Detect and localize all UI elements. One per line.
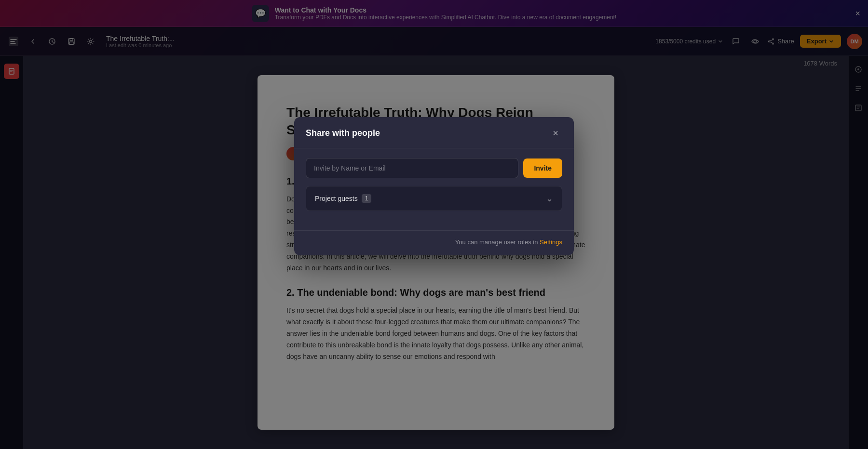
project-guests-row[interactable]: Project guests 1 ⌄ bbox=[306, 186, 562, 211]
modal-overlay[interactable]: Share with people × Invite Project guest… bbox=[0, 0, 868, 449]
invite-row: Invite bbox=[306, 158, 562, 178]
guests-label: Project guests 1 bbox=[315, 194, 371, 203]
modal-header: Share with people × bbox=[294, 117, 574, 148]
manage-text: You can manage user roles in Settings bbox=[294, 238, 574, 255]
invite-button[interactable]: Invite bbox=[523, 158, 562, 178]
guests-badge: 1 bbox=[362, 194, 372, 203]
guests-chevron-icon: ⌄ bbox=[546, 193, 553, 204]
share-modal: Share with people × Invite Project guest… bbox=[294, 117, 574, 255]
modal-divider bbox=[294, 230, 574, 231]
invite-input[interactable] bbox=[306, 158, 518, 178]
settings-link[interactable]: Settings bbox=[540, 238, 562, 246]
modal-title: Share with people bbox=[306, 128, 380, 138]
modal-close-button[interactable]: × bbox=[549, 127, 562, 140]
modal-body: Invite Project guests 1 ⌄ bbox=[294, 148, 574, 230]
